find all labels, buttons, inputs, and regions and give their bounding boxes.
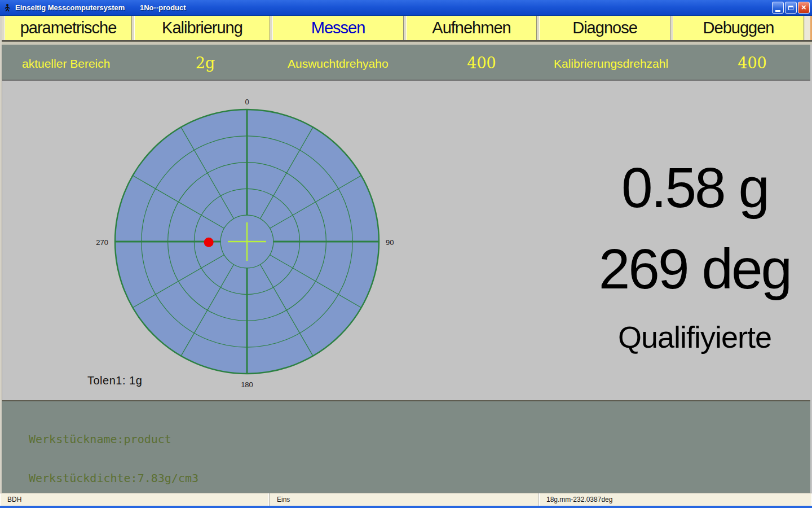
title-bar: Einseitig Messcomputersystem 1No--produc… [0,0,812,16]
close-button[interactable]: × [798,2,810,14]
window-subtitle: 1No--product [140,3,186,12]
restore-button[interactable] [785,2,797,14]
minimize-icon [775,10,780,12]
svg-text:0: 0 [245,98,249,106]
range-value: 2g [177,55,233,72]
tab-bar-edge-strip [805,16,812,40]
tab-aufnehmen[interactable]: Aufnehmen [406,16,537,40]
tab-debuggen[interactable]: Debuggen [673,16,804,40]
unbalance-amount: 0.58 g [580,159,809,216]
status-cell-middle: Eins [270,493,539,506]
svg-text:90: 90 [386,238,394,247]
window-left-edge [0,16,2,493]
workpiece-panel: Werkstückname:product Werkstückdichte:7.… [2,400,810,493]
tab-messen[interactable]: Messen [272,16,404,40]
balance-speed-value: 400 [456,55,507,72]
polar-chart: 090180270 [80,83,418,405]
calibration-speed-label: Kalibrierungsdrehzahl [554,56,668,71]
calibration-speed-value: 400 [727,55,778,72]
tab-parametrische[interactable]: parametrische [5,16,132,40]
minimize-button[interactable] [772,2,784,14]
app-icon [3,3,12,12]
close-icon: × [801,3,806,11]
bottom-accent-line [0,506,812,508]
workpiece-line: Werkstückname:product [29,433,212,446]
svg-text:270: 270 [96,238,108,247]
tab-kalibrierung[interactable]: Kalibrierung [134,16,270,40]
status-cell-right: 18g.mm-232.0387deg [539,493,812,506]
tolerance-label: Tolen1: 1g [87,374,142,387]
window-title: Einseitig Messcomputersystem [15,3,125,12]
restore-icon [788,6,793,10]
app-window: Einseitig Messcomputersystem 1No--produc… [0,0,812,508]
polar-chart-wrap: 090180270 [80,83,418,405]
tab-diagnose[interactable]: Diagnose [539,16,670,40]
svg-text:180: 180 [241,380,253,389]
unbalance-angle: 269 deg [580,240,809,297]
status-bar: BDH Eins 18g.mm-232.0387deg [0,493,812,506]
workpiece-line: Werkstückdichte:7.83g/cm3 [29,472,212,485]
window-controls: × [772,2,810,14]
balance-speed-label: Auswuchtdrehyaho [288,56,389,71]
info-bar: aktueller Bereich 2g Auswuchtdrehyaho 40… [2,45,810,80]
qualification-status: Qualifiyierte [580,322,809,352]
tab-bar: parametrische Kalibrierung Messen Aufneh… [0,16,812,41]
main-area: 090180270 Tolen1: 1g 0.58 g 269 deg Qual… [2,80,810,400]
range-label: aktueller Bereich [22,56,110,71]
status-cell-left: BDH [0,493,270,506]
